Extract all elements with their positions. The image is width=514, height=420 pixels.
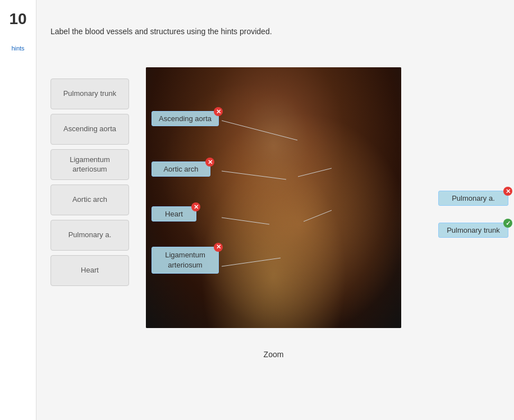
- pulmonary-a-text: Pulmonary a.: [452, 194, 495, 202]
- label-heart[interactable]: ✕ Heart: [152, 206, 196, 221]
- drag-item-pulmonary-a[interactable]: Pulmonary a.: [51, 220, 129, 251]
- label-ascending-aorta[interactable]: ✕ Ascending aorta: [152, 111, 219, 126]
- image-container: ✕ Ascending aorta ✕ Aortic arch ✕ Heart …: [146, 67, 401, 328]
- drag-item-heart[interactable]: Heart: [51, 255, 129, 286]
- label-ligamentum-arteriosum[interactable]: ✕ Ligamentumarteriosum: [152, 247, 219, 274]
- remove-pulmonary-trunk-btn[interactable]: ✓: [503, 219, 512, 228]
- ligamentum-text: Ligamentumarteriosum: [165, 251, 205, 269]
- ascending-aorta-text: Ascending aorta: [159, 114, 212, 123]
- anatomy-background: ✕ Ascending aorta ✕ Aortic arch ✕ Heart …: [146, 67, 401, 328]
- label-aortic-arch[interactable]: ✕ Aortic arch: [152, 161, 210, 177]
- label-pulmonary-a[interactable]: ✕ Pulmonary a.: [438, 191, 508, 206]
- heart-text: Heart: [165, 210, 183, 218]
- pulmonary-trunk-text: Pulmonary trunk: [447, 226, 500, 234]
- main-content: Label the blood vessels and structures u…: [36, 0, 514, 420]
- drag-item-ligamentum-arteriosum[interactable]: Ligamentum arteriosum: [51, 149, 129, 180]
- label-pulmonary-trunk[interactable]: ✓ Pulmonary trunk: [438, 223, 508, 238]
- drag-items-list: Pulmonary trunk Ascending aorta Ligament…: [51, 79, 129, 286]
- remove-aortic-arch-btn[interactable]: ✕: [205, 158, 214, 167]
- drag-item-ascending-aorta[interactable]: Ascending aorta: [51, 114, 129, 145]
- remove-pulmonary-a-btn[interactable]: ✕: [503, 187, 512, 196]
- drag-item-pulmonary-trunk[interactable]: Pulmonary trunk: [51, 79, 129, 109]
- sidebar: 10 hints: [0, 0, 36, 420]
- remove-ascending-aorta-btn[interactable]: ✕: [214, 107, 223, 116]
- instruction-text: Label the blood vessels and structures u…: [51, 27, 272, 36]
- tissue-overlay: [146, 67, 401, 328]
- aortic-arch-text: Aortic arch: [163, 165, 198, 173]
- question-number: 10: [9, 10, 26, 28]
- zoom-label[interactable]: Zoom: [264, 350, 284, 359]
- remove-ligamentum-btn[interactable]: ✕: [214, 243, 223, 252]
- hints-label: hints: [11, 45, 24, 52]
- anatomy-image: ✕ Ascending aorta ✕ Aortic arch ✕ Heart …: [146, 67, 401, 328]
- remove-heart-btn[interactable]: ✕: [191, 202, 200, 211]
- drag-item-aortic-arch[interactable]: Aortic arch: [51, 184, 129, 215]
- right-label-area: ✕ Pulmonary a. ✓ Pulmonary trunk: [438, 191, 508, 238]
